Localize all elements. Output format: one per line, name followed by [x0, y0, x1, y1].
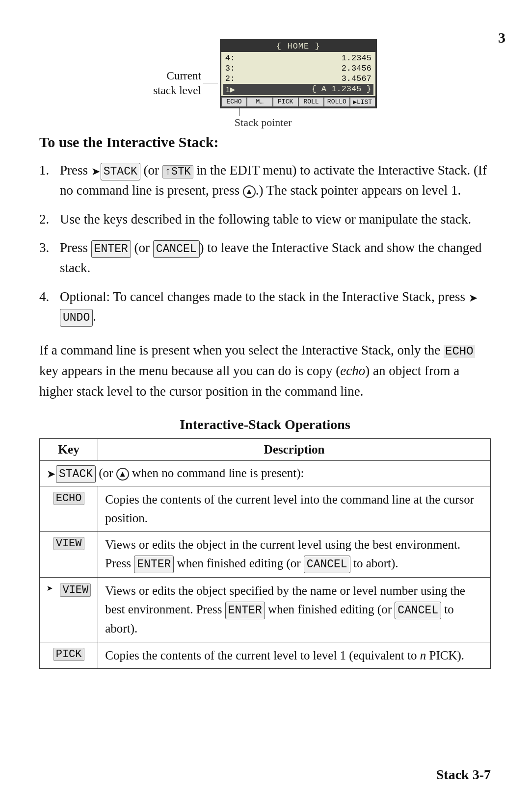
desc-view: Views or edits the object in the current…: [98, 532, 491, 578]
key-echo: ECHO: [40, 486, 98, 532]
operations-table: Key Description ➤STACK (or ▲ when no com…: [39, 438, 491, 669]
span-row-cell: ➤STACK (or ▲ when no command line is pre…: [40, 460, 491, 486]
menu-m: M…: [247, 97, 272, 107]
enter-key: ENTER: [91, 240, 131, 258]
cancel-key: CANCEL: [153, 240, 200, 258]
table-row-pick: PICK Copies the contents of the current …: [40, 642, 491, 669]
menu-list: ▶LIST: [350, 97, 375, 107]
step-2: 2. Use the keys described in the followi…: [39, 209, 491, 229]
table-section: Interactive-Stack Operations Key Descrip…: [39, 417, 491, 669]
view-key-label-2: VIEW: [60, 584, 91, 597]
stack-pointer-line: [239, 108, 240, 116]
menu-echo: ECHO: [221, 97, 247, 107]
desc-echo: Copies the contents of the current level…: [98, 486, 491, 532]
desc-arrow-view: Views or edits the object specified by t…: [98, 578, 491, 642]
arrow-icon-4: ➤: [47, 582, 53, 598]
steps-list: 1. Press ➤STACK (or ↑STK in the EDIT men…: [39, 160, 491, 327]
current-stack-label: Current stack level: [153, 69, 220, 98]
pick-key-label: PICK: [53, 648, 84, 661]
table-row-span: ➤STACK (or ▲ when no command line is pre…: [40, 460, 491, 486]
stack-pointer-label: Stack pointer: [235, 116, 292, 129]
arrow-icon-3: ➤: [47, 466, 55, 482]
stack-key: STACK: [101, 163, 140, 181]
step-1-text: Press ➤STACK (or ↑STK in the EDIT menu) …: [60, 160, 491, 201]
up-key: ▲: [243, 185, 256, 198]
cancel-key-3: CANCEL: [395, 602, 441, 620]
step-2-text: Use the keys described in the following …: [60, 209, 471, 229]
view-key-label: VIEW: [53, 537, 84, 550]
up-key-2: ▲: [116, 468, 129, 481]
diagram-section: Current stack level { HOME } 4: 1.2345 3…: [39, 39, 491, 129]
table-row-view: VIEW Views or edits the object in the cu…: [40, 532, 491, 578]
undo-key: UNDO: [60, 309, 93, 327]
screen-row-4: 4: 1.2345: [223, 53, 373, 63]
menu-pick: PICK: [273, 97, 298, 107]
stk-key: ↑STK: [162, 165, 193, 178]
step-3-text: Press ENTER (or CANCEL) to leave the Int…: [60, 238, 491, 278]
step-4-text: Optional: To cancel changes made to the …: [60, 287, 491, 327]
screen-row-1: 1▶ { A 1.2345 }: [223, 84, 373, 95]
arrow-icon-2: ➤: [469, 290, 477, 306]
menu-roll: ROLL: [298, 97, 324, 107]
screen-row-3: 3: 2.3456: [223, 63, 373, 74]
step-1: 1. Press ➤STACK (or ↑STK in the EDIT men…: [39, 160, 491, 201]
table-row-arrow-view: ➤ VIEW Views or edits the object specifi…: [40, 578, 491, 642]
menu-rollo: ROLLO: [324, 97, 349, 107]
desc-pick: Copies the contents of the current level…: [98, 642, 491, 669]
echo-paragraph: If a command line is present when you se…: [39, 340, 491, 402]
step-3: 3. Press ENTER (or CANCEL) to leave the …: [39, 238, 491, 278]
enter-key-2: ENTER: [134, 556, 174, 574]
arrow-icon: ➤: [91, 163, 100, 179]
screen-body: 4: 1.2345 3: 2.3456 2: 3.4567 1▶ { A 1.2…: [221, 52, 375, 96]
label-text: Current stack level: [153, 69, 201, 98]
connector-line: [203, 83, 218, 83]
screen-menu: ECHO M… PICK ROLL ROLLO ▶LIST: [221, 96, 375, 107]
echo-mono: ECHO: [444, 345, 475, 358]
col-description: Description: [98, 438, 491, 460]
step-4: 4. Optional: To cancel changes made to t…: [39, 287, 491, 327]
table-title: Interactive-Stack Operations: [39, 417, 491, 432]
table-row-echo: ECHO Copies the contents of the current …: [40, 486, 491, 532]
page-number: 3: [498, 29, 505, 46]
screen-display: { HOME } 4: 1.2345 3: 2.3456 2: 3.4567: [220, 39, 377, 108]
key-view: VIEW: [40, 532, 98, 578]
col-key: Key: [40, 438, 98, 460]
echo-key-label: ECHO: [53, 492, 84, 505]
calculator-screen: { HOME } 4: 1.2345 3: 2.3456 2: 3.4567: [220, 39, 377, 129]
footer: Stack 3-7: [436, 767, 491, 783]
cancel-key-2: CANCEL: [304, 556, 350, 574]
key-pick: PICK: [40, 642, 98, 669]
stack-key-2: STACK: [56, 465, 96, 483]
screen-row-2: 2: 3.4567: [223, 74, 373, 84]
key-arrow-view: ➤ VIEW: [40, 578, 98, 642]
screen-header: { HOME }: [221, 41, 375, 52]
enter-key-3: ENTER: [225, 602, 265, 620]
section-heading: To use the Interactive Stack:: [39, 134, 491, 151]
